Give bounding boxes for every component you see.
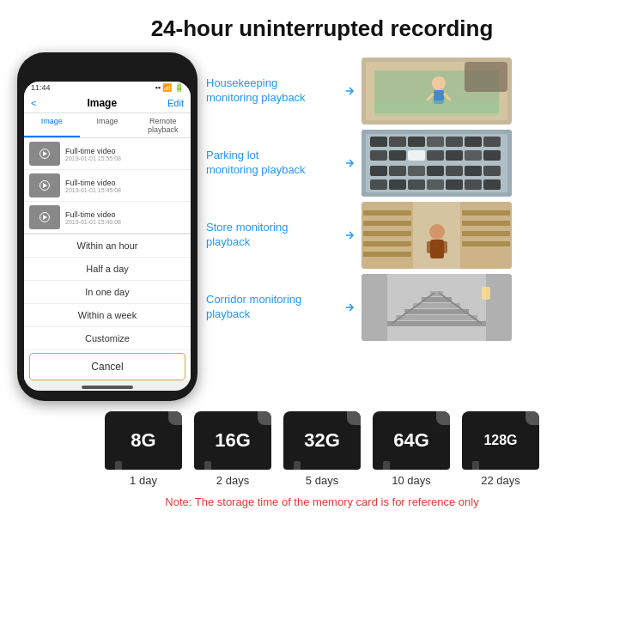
svg-rect-32 — [446, 166, 463, 176]
svg-rect-40 — [465, 179, 482, 190]
svg-rect-53 — [462, 221, 510, 226]
dropdown-one-day[interactable]: In one day — [24, 281, 191, 304]
sd-size-32g: 32G — [304, 429, 340, 452]
connector-4 — [337, 273, 355, 342]
storage-card-64g: 64G 10 days — [373, 411, 450, 487]
item-label-3: Full-time video — [65, 210, 121, 219]
svg-rect-73 — [482, 287, 490, 300]
svg-rect-25 — [446, 150, 463, 161]
phone-list: Full-time video 2019-01-01 15:55:08 Full… — [24, 138, 191, 234]
sd-card-128g: 128G — [462, 411, 539, 470]
thumb-1 — [29, 142, 60, 166]
phone-mockup: 11:44 ▪▪ 📶 🔋 < Image Edit Image Image Re… — [17, 52, 197, 401]
svg-rect-9 — [374, 100, 499, 116]
storage-section: 8G 1 day 16G 2 days 32G 5 days 64G 10 da… — [0, 401, 644, 515]
svg-rect-48 — [363, 221, 411, 226]
monitoring-row-4: Corridor monitoringplayback — [206, 273, 627, 342]
svg-rect-15 — [389, 137, 406, 147]
phone-tabs: Image Image Remote playback — [24, 113, 191, 138]
list-item: Full-time video 2019-01-01 15:45:08 — [24, 170, 191, 202]
thumb-2 — [29, 173, 60, 197]
item-label-1: Full-time video — [65, 147, 121, 155]
photo-svg-3 — [361, 202, 512, 269]
connector-2 — [337, 129, 355, 197]
svg-rect-63 — [361, 274, 387, 341]
sd-card-8g: 8G — [105, 411, 182, 470]
dropdown-half-day[interactable]: Half a day — [24, 258, 191, 281]
monitoring-photo-2 — [361, 130, 512, 197]
item-sub-1: 2019-01-01 15:55:08 — [65, 155, 121, 161]
sd-notch-32g — [347, 411, 361, 425]
phone-time: 11:44 — [31, 83, 51, 92]
connector-3 — [337, 201, 355, 270]
svg-rect-41 — [483, 179, 501, 190]
svg-rect-28 — [370, 166, 387, 176]
svg-rect-26 — [465, 150, 482, 161]
svg-rect-47 — [363, 210, 411, 216]
monitoring-photo-3 — [361, 202, 512, 269]
storage-note: Note: The storage time of the memory car… — [165, 492, 478, 508]
tab-image-1[interactable]: Image — [24, 113, 80, 137]
nav-edit[interactable]: Edit — [167, 98, 184, 108]
dropdown-within-week[interactable]: Within a week — [24, 304, 191, 327]
photo-svg-2 — [361, 130, 512, 197]
connector-1 — [337, 57, 355, 125]
sd-size-8g: 8G — [131, 429, 155, 452]
sd-size-16g: 16G — [215, 429, 251, 452]
svg-rect-59 — [439, 241, 447, 253]
storage-days-128g: 22 days — [481, 474, 520, 487]
page-title: 24-hour uninterrupted recording — [0, 0, 644, 52]
phone-screen: 11:44 ▪▪ 📶 🔋 < Image Edit Image Image Re… — [24, 82, 191, 391]
monitoring-section: Housekeepingmonitoring playback — [206, 52, 627, 342]
monitoring-label-3: Store monitoringplayback — [206, 221, 331, 250]
svg-rect-24 — [427, 150, 444, 161]
nav-title: Image — [87, 97, 117, 109]
sd-size-64g: 64G — [393, 429, 429, 452]
sd-card-64g: 64G — [373, 411, 450, 470]
dropdown-cancel[interactable]: Cancel — [29, 353, 185, 380]
svg-rect-55 — [462, 241, 510, 246]
svg-rect-38 — [427, 179, 444, 190]
photo-svg-4 — [361, 274, 512, 341]
phone-status-bar: 11:44 ▪▪ 📶 🔋 — [24, 82, 191, 94]
tab-image-2[interactable]: Image — [80, 113, 136, 137]
monitoring-row-3: Store monitoringplayback — [206, 201, 627, 270]
main-section: 11:44 ▪▪ 📶 🔋 < Image Edit Image Image Re… — [0, 52, 644, 401]
list-item: Full-time video 2019-01-01 15:40:08 — [24, 202, 191, 234]
svg-rect-64 — [486, 274, 512, 341]
svg-rect-16 — [408, 137, 425, 147]
svg-rect-39 — [446, 179, 463, 190]
storage-cards-row: 8G 1 day 16G 2 days 32G 5 days 64G 10 da… — [105, 411, 539, 487]
sd-notch-8g — [168, 411, 182, 425]
monitoring-row-1: Housekeepingmonitoring playback — [206, 57, 627, 125]
tab-remote[interactable]: Remote playback — [135, 113, 191, 137]
svg-rect-8 — [465, 62, 507, 92]
svg-rect-31 — [427, 166, 444, 176]
svg-rect-20 — [483, 137, 501, 147]
sd-card-32g: 32G — [283, 411, 361, 470]
storage-card-128g: 128G 22 days — [462, 411, 539, 487]
svg-rect-66 — [396, 315, 477, 320]
svg-point-56 — [429, 224, 445, 240]
sd-size-128g: 128G — [483, 433, 517, 448]
item-sub-2: 2019-01-01 15:45:08 — [65, 187, 121, 193]
phone-dropdown: Within an hour Half a day In one day Wit… — [24, 234, 191, 380]
dropdown-customize[interactable]: Customize — [24, 327, 191, 350]
svg-rect-35 — [370, 179, 387, 190]
home-indicator — [82, 386, 133, 389]
storage-days-8g: 1 day — [130, 474, 157, 487]
svg-rect-52 — [462, 210, 510, 216]
svg-point-4 — [432, 76, 446, 90]
svg-rect-19 — [465, 137, 482, 147]
monitoring-label-4: Corridor monitoringplayback — [206, 293, 331, 322]
svg-rect-21 — [370, 150, 387, 161]
svg-rect-51 — [363, 252, 411, 257]
svg-rect-30 — [408, 166, 425, 176]
nav-back[interactable]: < — [31, 98, 36, 108]
dropdown-within-hour[interactable]: Within an hour — [24, 234, 191, 258]
svg-rect-58 — [427, 241, 435, 253]
svg-rect-36 — [389, 179, 406, 190]
monitoring-label-2: Parking lotmonitoring playback — [206, 149, 331, 178]
svg-rect-27 — [483, 150, 501, 161]
item-sub-3: 2019-01-01 15:40:08 — [65, 219, 121, 225]
